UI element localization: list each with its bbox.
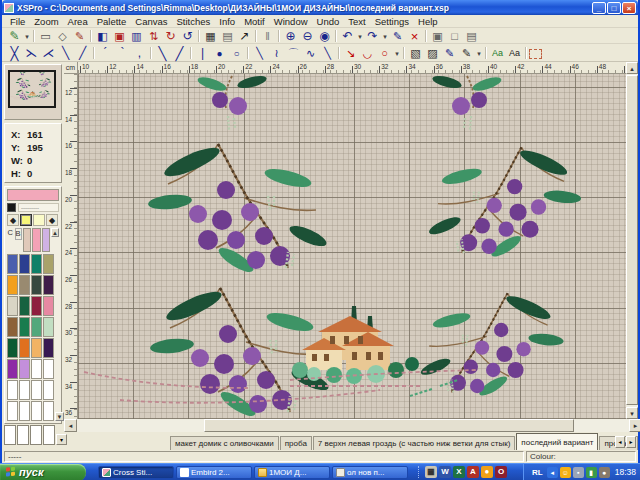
backstitch-wave-tool[interactable]: ∿ (302, 46, 319, 60)
reader-icon[interactable]: A (467, 466, 479, 478)
palette-scroll-up-button[interactable]: ▲ (51, 228, 59, 237)
update-tray-icon[interactable]: ▮ (586, 467, 597, 478)
new-page-tool[interactable]: □ (446, 29, 463, 43)
menu-motif[interactable]: Motif (240, 16, 269, 27)
palette-swatch[interactable] (31, 254, 42, 274)
backstitch-line-tool[interactable]: ╲ (251, 46, 268, 60)
palette-swatch[interactable] (7, 359, 18, 379)
petite-stitch-tool-1[interactable]: ´ (97, 46, 114, 60)
palette-swatch[interactable] (7, 254, 18, 274)
pattern-preview[interactable] (4, 64, 62, 120)
motif-flip-tool[interactable]: ⇅ (145, 29, 162, 43)
backstitch-half-tool[interactable]: ╲ (154, 46, 171, 60)
palette-swatch[interactable] (7, 317, 18, 337)
palette-swatch[interactable] (43, 317, 54, 337)
palette-scroll-down-button[interactable]: ▼ (55, 412, 64, 421)
recent-colors-dropdown[interactable]: ▾ (56, 434, 67, 445)
backstitch-zigzag-tool[interactable]: ≀ (268, 46, 285, 60)
menu-canvas[interactable]: Canvas (131, 16, 171, 27)
volume-tray-icon[interactable]: ▪ (573, 467, 584, 478)
menu-undo[interactable]: Undo (313, 16, 344, 27)
special-stitch-circle-tool[interactable]: ○ (376, 46, 393, 60)
menu-settings[interactable]: Settings (371, 16, 413, 27)
floss-tool[interactable]: ‖ (259, 29, 276, 43)
palette-current-swatch[interactable] (23, 228, 32, 252)
palette-swatch[interactable] (43, 380, 54, 400)
sheet-tab[interactable]: проба (280, 436, 312, 450)
palette-swatch[interactable] (19, 254, 30, 274)
redo-caret[interactable]: ▾ (381, 29, 389, 43)
rotate-angle-tool[interactable]: ↺ (179, 29, 196, 43)
palette-swatch[interactable] (43, 275, 54, 295)
bead-tool-hollow[interactable]: ○ (228, 46, 245, 60)
recent-color-box[interactable] (30, 425, 42, 445)
task-button[interactable]: ол нов п... (332, 466, 408, 479)
msn-tray-icon[interactable]: ◂ (547, 467, 558, 478)
page-preview-tool[interactable]: ▤ (219, 29, 236, 43)
rect-select-tool[interactable]: ▭ (37, 29, 54, 43)
palette-current-swatch[interactable] (32, 228, 41, 252)
browser-icon[interactable]: O (495, 466, 507, 478)
palette-swatch[interactable] (31, 380, 42, 400)
vertical-scroll-thumb[interactable] (626, 75, 638, 405)
excel-icon[interactable]: X (453, 466, 465, 478)
sheet-tab[interactable]: последний вариант (516, 433, 598, 450)
scroll-up-button[interactable]: ▴ (626, 62, 638, 74)
palette-swatch[interactable] (7, 401, 18, 421)
symbol-field[interactable]: --------- (18, 203, 59, 212)
copy-design-tool[interactable]: ▣ (429, 29, 446, 43)
palette-swatch[interactable] (7, 275, 18, 295)
zoom-actual-tool[interactable]: ◉ (316, 29, 333, 43)
menu-window[interactable]: Window (270, 16, 312, 27)
zoom-in-tool[interactable]: ⊕ (282, 29, 299, 43)
palette-swatch[interactable] (31, 296, 42, 316)
three-quarter-stitch-tool-2[interactable]: ⋌ (40, 46, 57, 60)
menu-area[interactable]: Area (64, 16, 92, 27)
redo-tool[interactable]: ↷ (364, 29, 381, 43)
palette-swatch[interactable] (31, 338, 42, 358)
recent-color-box[interactable] (43, 425, 55, 445)
palette-swatch[interactable] (7, 338, 18, 358)
sheet-tab[interactable]: 7 верхн левая гроздь (с частью ниж ветки… (313, 436, 516, 450)
fabric-count-tool[interactable]: ▧ (407, 46, 424, 60)
palette-swatch[interactable] (19, 296, 30, 316)
backstitch-diagonal-tool[interactable]: ╲ (319, 46, 336, 60)
sheet-tab[interactable]: макет домик с оливочками (170, 436, 279, 450)
palette-swatch[interactable] (43, 254, 54, 274)
undo-caret[interactable]: ▾ (356, 29, 364, 43)
draw-pencil-caret[interactable]: ▾ (23, 29, 31, 43)
word-icon[interactable]: W (439, 466, 451, 478)
blend-left-button[interactable]: ◆ (7, 214, 19, 226)
palette-swatch[interactable] (43, 359, 54, 379)
motif-mirror-tool[interactable]: ◧ (94, 29, 111, 43)
palette-swatch[interactable] (19, 380, 30, 400)
draw-pencil-tool[interactable]: ✎ (6, 29, 23, 43)
horizontal-scrollbar[interactable]: ◂ ▸ (64, 419, 640, 432)
scroll-right-button[interactable]: ▸ (629, 419, 640, 432)
special-stitch-line-tool[interactable]: ↘ (342, 46, 359, 60)
petite-stitch-tool-2[interactable]: ` (114, 46, 131, 60)
tabs-scroll-right-button[interactable]: ▸ (626, 436, 636, 448)
task-button[interactable]: Cross Sti... (98, 466, 174, 479)
color-a-swatch[interactable] (20, 214, 32, 226)
menu-palette[interactable]: Palette (93, 16, 131, 27)
full-stitch-tool[interactable]: ╳ (6, 46, 23, 60)
backstitch-arc-tool[interactable]: ⌒ (285, 46, 302, 60)
undo-tool[interactable]: ↶ (339, 29, 356, 43)
palette-swatch[interactable] (31, 317, 42, 337)
palette-current-swatch[interactable] (42, 228, 51, 252)
text-tool[interactable]: Aa (506, 46, 523, 60)
palette-swatch[interactable] (31, 401, 42, 421)
palette-swatch[interactable] (19, 338, 30, 358)
motif-copy-tool[interactable]: ▣ (111, 29, 128, 43)
palette-swatch[interactable] (7, 296, 18, 316)
recent-color-box[interactable] (17, 425, 29, 445)
menu-info[interactable]: Info (215, 16, 239, 27)
pointer-tool[interactable]: ↗ (236, 29, 253, 43)
pencil-navy-tool[interactable]: ✎ (441, 46, 458, 60)
palette-swatch[interactable] (7, 380, 18, 400)
fabric-color-tool[interactable]: ▨ (424, 46, 441, 60)
scroll-down-button[interactable]: ▾ (626, 407, 638, 419)
palette-swatch[interactable] (19, 359, 30, 379)
special-stitch-caret[interactable]: ▾ (393, 46, 401, 60)
